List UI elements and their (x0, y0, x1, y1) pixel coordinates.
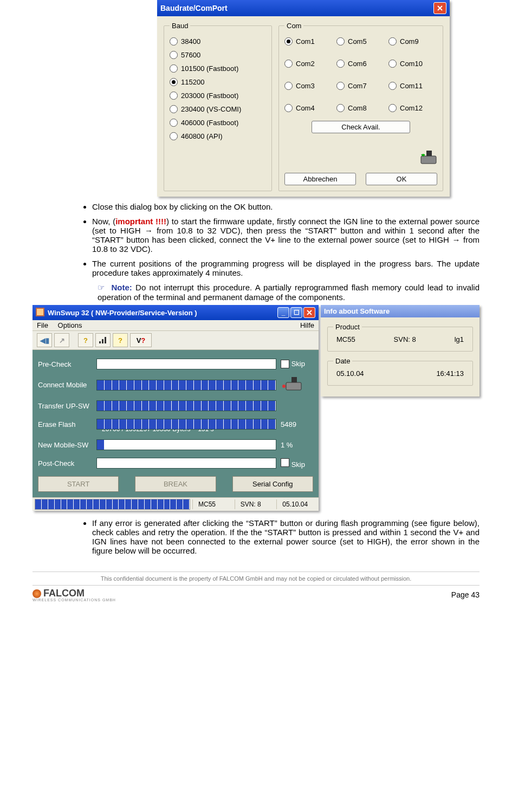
newsw-bar (96, 439, 276, 450)
menu-options[interactable]: Options (58, 321, 82, 329)
svn-value: SVN: 8 (394, 335, 416, 343)
connect-bar (96, 380, 276, 391)
hand-point-icon: ☞ (98, 283, 112, 292)
overall-progress (35, 499, 190, 510)
radio-baud-115200[interactable]: 115200 (170, 78, 266, 86)
ok-button[interactable]: OK (366, 173, 437, 185)
radio-com12[interactable]: Com12 (388, 104, 437, 112)
tool-exit-icon[interactable]: ◀▮ (37, 333, 52, 347)
precheck-bar (96, 359, 276, 369)
device-icon (284, 150, 437, 167)
list-item: Close this dialog box by clicking on the… (92, 202, 479, 211)
cancel-button[interactable]: Abbrechen (284, 173, 356, 185)
note: ☞ Note: Do not interrupt this procedure.… (98, 283, 479, 302)
date-value: 05.10.04 (336, 369, 364, 378)
confidential-text: This confidential document is the proper… (33, 575, 479, 582)
tool-help-icon[interactable]: ? (113, 333, 128, 347)
radio-com8[interactable]: Com8 (336, 104, 385, 112)
list-item: Now, (imoprtant !!!!) to start the firmw… (92, 217, 479, 254)
product-value: MC55 (336, 335, 355, 343)
postcheck-label: Post-Check (38, 459, 92, 467)
break-button[interactable]: BREAK (135, 476, 216, 492)
svg-rect-1 (426, 151, 432, 156)
tool-question-icon[interactable]: ? (78, 333, 93, 347)
date-group: Date 05.10.04 16:41:13 (327, 357, 473, 386)
info-title: Info about Software (321, 305, 479, 317)
radio-com6[interactable]: Com6 (336, 60, 385, 68)
radio-baud-203000[interactable]: 203000 (Fastboot) (170, 92, 266, 100)
baudrate-comport-dialog: Baudrate/ComPort Baud 38400 57600 101500… (157, 0, 450, 197)
page-number: Page 43 (451, 590, 479, 599)
radio-com3[interactable]: Com3 (284, 82, 333, 90)
com-group: Com Com1 Com5 Com9 Com2 Com6 Com10 Com3 … (278, 22, 443, 191)
status-svn: SVN: 8 (235, 499, 277, 509)
info-window: Info about Software Product MC55 SVN: 8 … (321, 305, 479, 397)
list-item: If any error is generated after clicking… (92, 518, 479, 555)
svg-rect-6 (105, 337, 106, 343)
svg-rect-3 (37, 309, 43, 315)
close-icon[interactable] (433, 2, 446, 14)
start-button[interactable]: START (38, 476, 119, 492)
radio-baud-101500[interactable]: 101500 (Fastboot) (170, 64, 266, 73)
dialog-title: Baudrate/ComPort (160, 4, 228, 12)
com-legend: Com (284, 22, 303, 30)
svg-rect-4 (99, 341, 101, 343)
falcom-logo: FALCOM (33, 588, 116, 599)
radio-com10[interactable]: Com10 (388, 60, 437, 68)
precheck-skip-checkbox[interactable]: ✔ (281, 360, 289, 368)
radio-baud-38400[interactable]: 38400 (170, 37, 266, 46)
lg-value: lg1 (455, 335, 464, 343)
erase-label: Erase Flash (38, 420, 92, 428)
tool-chart-icon[interactable] (95, 333, 111, 347)
radio-com7[interactable]: Com7 (336, 82, 385, 90)
device-icon (281, 377, 313, 393)
app-icon (36, 308, 44, 318)
check-avail-button[interactable]: Check Avail. (312, 121, 410, 133)
minimize-icon[interactable]: _ (277, 307, 289, 318)
radio-baud-460800[interactable]: 460800 (API) (170, 132, 266, 140)
status-date: 05.10.04 (276, 499, 319, 509)
precheck-label: Pre-Check (38, 360, 92, 368)
logo-icon (33, 589, 41, 598)
svg-rect-5 (102, 339, 103, 343)
close-icon[interactable] (303, 307, 315, 318)
connect-label: Connect Mobile (38, 381, 92, 389)
newsw-label: New Mobile-SW (38, 441, 92, 449)
winswup-window: WinSwup 32 ( NW-Provider/Service-Version… (33, 305, 319, 511)
postcheck-bar (96, 458, 276, 469)
radio-com1[interactable]: Com1 (284, 37, 333, 46)
baud-group: Baud 38400 57600 101500 (Fastboot) 11520… (164, 22, 272, 191)
radio-com5[interactable]: Com5 (336, 37, 385, 46)
svg-rect-0 (421, 156, 436, 164)
radio-com4[interactable]: Com4 (284, 104, 333, 112)
list-item: The current positions of the programming… (92, 259, 479, 277)
menu-file[interactable]: File (37, 321, 48, 329)
transfer-bar (96, 400, 276, 411)
radio-com9[interactable]: Com9 (388, 37, 437, 46)
window-title: WinSwup 32 ( NW-Provider/Service-Version… (48, 309, 197, 317)
maximize-icon[interactable]: ☐ (290, 307, 302, 318)
radio-com2[interactable]: Com2 (284, 60, 333, 68)
tool-version-icon[interactable]: V? (130, 333, 152, 347)
menu-hilfe[interactable]: Hilfe (300, 321, 314, 329)
svg-rect-8 (291, 377, 297, 382)
postcheck-skip-checkbox[interactable] (281, 458, 289, 467)
transfer-label: Transfer UP-SW (38, 402, 92, 410)
tool-arrow-icon[interactable]: ↗ (54, 333, 69, 347)
status-mc: MC55 (192, 499, 235, 509)
radio-baud-406000[interactable]: 406000 (Fastboot) (170, 119, 266, 127)
radio-com11[interactable]: Com11 (388, 82, 437, 90)
radio-baud-230400[interactable]: 230400 (VS-COMI) (170, 105, 266, 113)
time-value: 16:41:13 (436, 369, 464, 378)
svg-rect-7 (286, 382, 301, 390)
svg-point-9 (282, 385, 286, 388)
radio-baud-57600[interactable]: 57600 (170, 51, 266, 59)
baud-legend: Baud (170, 22, 190, 30)
important-text: imoprtant !!!! (115, 217, 166, 226)
erase-bar (96, 419, 276, 430)
product-group: Product MC55 SVN: 8 lg1 (327, 323, 473, 352)
serial-config-button[interactable]: Serial Config (232, 476, 313, 492)
